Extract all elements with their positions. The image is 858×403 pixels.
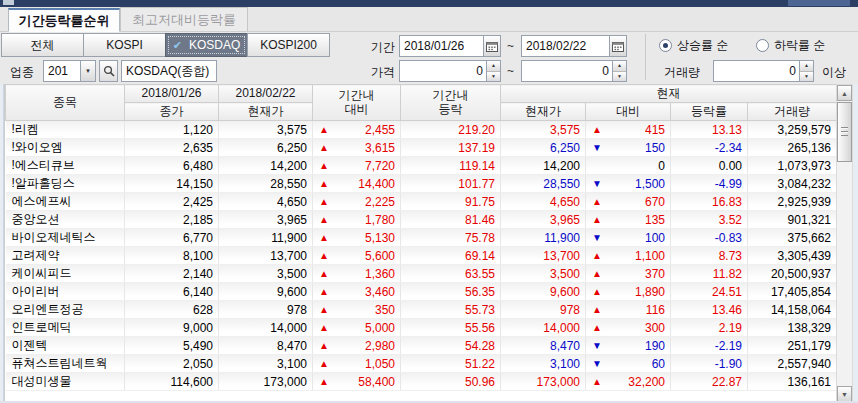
table-row[interactable]: 케이씨피드2,1403,500▲1,36063.553,500▲37011.82… — [6, 265, 837, 283]
table-row[interactable]: !와이오엠2,6356,250▲3,615137.196,250▼150-2.3… — [6, 139, 837, 157]
sector-code-input[interactable] — [44, 61, 80, 81]
spinner-buttons[interactable]: ▲▼ — [612, 61, 626, 81]
period-to-input[interactable] — [522, 36, 609, 56]
sort-up-option[interactable]: 상승률 순 — [659, 37, 728, 54]
calendar-button-from[interactable] — [483, 36, 500, 56]
base-price-cell: 3,575 — [219, 121, 313, 139]
stock-name-cell: 오리엔트정공 — [6, 301, 125, 319]
table-row[interactable]: 아이리버6,1409,600▲3,46056.359,600▲1,89024.5… — [6, 283, 837, 301]
current-change-cell: ▲1,100 — [586, 247, 671, 265]
period-change-cell: ▲14,400 — [313, 175, 401, 193]
up-arrow-icon: ▲ — [319, 179, 329, 189]
col-header-date-to[interactable]: 2018/02/22 — [219, 85, 313, 103]
period-rate-cell: 81.46 — [401, 211, 501, 229]
market-kospi-button[interactable]: KOSPI — [83, 33, 166, 57]
base-price-cell: 3,500 — [219, 265, 313, 283]
table-row[interactable]: 바이오제네틱스6,77011,900▲5,13075.7811,900▼100-… — [6, 229, 837, 247]
scroll-down-button[interactable]: ▼ — [837, 386, 852, 402]
period-from-input[interactable] — [400, 36, 483, 56]
col-header-period-rate[interactable]: 기간내등락 — [401, 85, 501, 121]
calendar-button-to[interactable] — [609, 36, 626, 56]
spinner-buttons[interactable]: ▲▼ — [486, 61, 500, 81]
period-change-cell: ▲58,400 — [313, 373, 401, 391]
current-price-cell: 28,550 — [501, 175, 586, 193]
col-header-current-group[interactable]: 현재 — [501, 85, 837, 103]
stock-name-cell: !알파홀딩스 — [6, 175, 125, 193]
period-rate-cell: 54.28 — [401, 337, 501, 355]
close-price-cell: 2,635 — [125, 139, 219, 157]
volume-cell: 2,925,939 — [748, 193, 837, 211]
change-value: 0 — [658, 159, 665, 173]
price-min-spinner[interactable]: 0 ▲▼ — [399, 60, 501, 82]
close-price-cell: 2,140 — [125, 265, 219, 283]
current-price-cell: 3,500 — [501, 265, 586, 283]
col-header-cur-price[interactable]: 현재가 — [501, 103, 586, 121]
sector-search-button[interactable] — [99, 60, 118, 82]
period-tilde: ~ — [507, 39, 514, 53]
market-kosdaq-button[interactable]: ✔KOSDAQ — [165, 33, 248, 57]
volume-cell: 20,500,937 — [748, 265, 837, 283]
current-rate-cell: 16.83 — [671, 193, 748, 211]
current-rate-cell: -4.99 — [671, 175, 748, 193]
current-change-cell: 0 — [586, 157, 671, 175]
radio-unselected-icon — [756, 39, 769, 52]
col-header-price[interactable]: 현재가 — [219, 103, 313, 121]
change-value: 5,130 — [365, 231, 395, 245]
period-rate-cell: 101.77 — [401, 175, 501, 193]
col-header-period-diff[interactable]: 기간내대비 — [313, 85, 401, 121]
spin-up-icon[interactable]: ▲ — [487, 61, 500, 72]
current-rate-cell: 13.13 — [671, 121, 748, 139]
table-row[interactable]: 이젠텍5,4908,470▲2,98054.288,470▼190-2.1925… — [6, 337, 837, 355]
window-right-border — [853, 84, 858, 403]
market-kospi200-button[interactable]: KOSPI200 — [247, 33, 330, 57]
tab-period-rank[interactable]: 기간등락률순위 — [8, 8, 120, 32]
table-row[interactable]: !에스티큐브6,48014,200▲7,720119.1414,20000.00… — [6, 157, 837, 175]
col-header-close[interactable]: 종가 — [125, 103, 219, 121]
sector-name-input[interactable] — [122, 61, 216, 81]
spin-down-icon[interactable]: ▼ — [800, 72, 813, 82]
table-row[interactable]: 고려제약8,10013,700▲5,60069.1413,700▲1,1008.… — [6, 247, 837, 265]
table-row[interactable]: 중앙오션2,1853,965▲1,78081.463,965▲1353.5290… — [6, 211, 837, 229]
change-value: 350 — [375, 303, 395, 317]
table-row[interactable]: 오리엔트정공628978▲35055.73978▲11613.4614,158,… — [6, 301, 837, 319]
scrollbar-thumb[interactable] — [837, 102, 852, 162]
volume-spinner[interactable]: 0 ▲▼ — [713, 60, 814, 82]
change-value: 670 — [645, 195, 665, 209]
col-header-cur-rate[interactable]: 등락률 — [671, 103, 748, 121]
table-row[interactable]: 대성미생물114,600173,000▲58,40050.96173,000▲3… — [6, 373, 837, 391]
sort-down-option[interactable]: 하락률 순 — [756, 37, 825, 54]
tab-highlow-rank[interactable]: 최고저대비등락률 — [120, 7, 248, 31]
price-max-spinner[interactable]: 0 ▲▼ — [521, 60, 627, 82]
col-header-date-from[interactable]: 2018/01/26 — [125, 85, 219, 103]
current-change-cell: ▼100 — [586, 229, 671, 247]
col-header-volume[interactable]: 거래량 — [748, 103, 837, 121]
ranking-table: 종목 2018/01/26 2018/02/22 기간내대비 기간내등락 현재 … — [5, 84, 837, 391]
change-value: 1,890 — [635, 285, 665, 299]
col-header-stock[interactable]: 종목 — [6, 85, 125, 121]
period-change-cell: ▲5,000 — [313, 319, 401, 337]
combo-arrow-icon[interactable]: ▼ — [80, 61, 95, 81]
base-price-cell: 13,700 — [219, 247, 313, 265]
change-value: 14,400 — [358, 177, 395, 191]
spinner-buttons[interactable]: ▲▼ — [799, 61, 813, 81]
col-header-cur-diff[interactable]: 대비 — [586, 103, 671, 121]
vertical-scrollbar[interactable]: ▲ ▼ — [836, 84, 853, 403]
table-row[interactable]: 인트로메딕9,00014,000▲5,00055.5614,000▲3002.1… — [6, 319, 837, 337]
current-change-cell: ▲135 — [586, 211, 671, 229]
change-value: 3,615 — [365, 141, 395, 155]
table-row[interactable]: !리켐1,1203,575▲2,455219.203,575▲41513.133… — [6, 121, 837, 139]
market-all-button[interactable]: 전체 — [1, 33, 84, 57]
spin-up-icon[interactable]: ▲ — [800, 61, 813, 72]
change-value: 5,000 — [365, 321, 395, 335]
current-price-cell: 11,900 — [501, 229, 586, 247]
spin-down-icon[interactable]: ▼ — [487, 72, 500, 82]
spin-up-icon[interactable]: ▲ — [613, 61, 626, 72]
volume-cell: 3,259,579 — [748, 121, 837, 139]
table-row[interactable]: 에스에프씨2,4254,650▲2,22591.754,650▲67016.83… — [6, 193, 837, 211]
spin-down-icon[interactable]: ▼ — [613, 72, 626, 82]
volume-cell: 251,179 — [748, 337, 837, 355]
table-row[interactable]: 퓨쳐스트림네트웍2,0503,100▲1,05051.223,100▼60-1.… — [6, 355, 837, 373]
table-row[interactable]: !알파홀딩스14,15028,550▲14,400101.7728,550▼1,… — [6, 175, 837, 193]
scroll-up-button[interactable]: ▲ — [837, 85, 852, 101]
change-value: 58,400 — [358, 375, 395, 389]
